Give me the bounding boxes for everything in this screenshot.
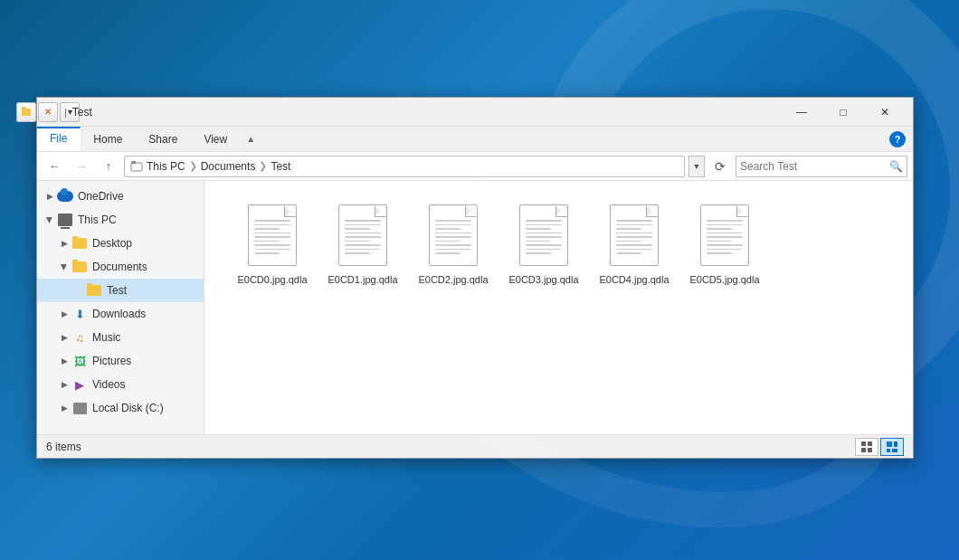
file-line [254,244,290,246]
svg-rect-3 [868,441,872,446]
file-icon-wrapper [243,204,301,270]
sidebar-item-test[interactable]: Test [37,279,204,302]
file-icon-wrapper [424,204,482,270]
quick-access-btn-2[interactable]: ✕ [38,102,58,122]
file-line [435,224,471,226]
sidebar-item-music[interactable]: ▶ ♫ Music [37,326,204,349]
large-icon-view-icon [886,441,898,453]
file-lines [526,220,562,254]
ribbon: File Home Share View ▲ ? [37,127,913,152]
file-line [526,228,551,230]
file-line [707,236,743,238]
svg-rect-5 [868,448,872,452]
minimize-button[interactable]: — [781,98,822,127]
generic-file-icon [338,204,387,266]
sidebar-item-onedrive[interactable]: ▶ OneDrive [37,185,204,208]
file-line [707,241,732,242]
maximize-button[interactable]: □ [822,98,864,127]
sidebar-item-desktop[interactable]: ▶ Desktop [37,232,204,255]
file-item-2[interactable]: E0CD2.jpg.qdla [413,199,494,291]
back-button[interactable]: ← [43,156,66,177]
sidebar-label-videos: Videos [92,378,125,391]
ribbon-collapse-arrow[interactable]: ▲ [241,127,261,151]
file-lines [254,220,290,254]
downloads-folder-icon: ⬇ [71,306,88,322]
file-line [707,233,743,234]
breadcrumb-test[interactable]: Test [271,160,290,173]
file-explorer-window: ✕ ▾ | Test — □ ✕ File Home Share View [36,97,914,459]
forward-button[interactable]: → [70,156,93,177]
address-dropdown-btn[interactable]: ▼ [688,156,705,177]
help-button[interactable]: ? [889,131,906,147]
file-item-3[interactable]: E0CD3.jpg.qdla [503,199,584,291]
file-line [254,241,280,242]
file-line [616,236,652,238]
sidebar-item-localdisk[interactable]: ▶ Local Disk (C:) [37,396,204,420]
tab-file[interactable]: File [37,127,81,151]
tab-home[interactable]: Home [81,127,136,151]
sidebar-label-onedrive: OneDrive [78,190,124,203]
sidebar-item-pictures[interactable]: ▶ 🖼 Pictures [37,349,204,373]
search-icon[interactable]: 🔍 [889,160,903,173]
tab-view[interactable]: View [191,127,241,151]
close-button[interactable]: ✕ [864,98,906,127]
breadcrumb-thispc[interactable]: This PC [147,160,185,173]
file-line [707,224,743,226]
expand-arrow-downloads: ▶ [57,307,71,321]
file-item-1[interactable]: E0CD1.jpg.qdla [322,199,404,291]
file-line [345,241,370,242]
svg-rect-7 [894,441,897,447]
sidebar-item-documents[interactable]: ▶ Documents [37,255,204,279]
file-icon-wrapper [605,204,663,270]
file-line [526,244,562,246]
svg-rect-1 [131,161,136,164]
generic-file-icon [519,204,568,266]
breadcrumb-documents[interactable]: Documents [201,160,256,173]
file-line [526,220,562,222]
generic-file-icon [700,204,749,266]
address-path[interactable]: This PC ❯ Documents ❯ Test [124,156,685,177]
sidebar-item-downloads[interactable]: ▶ ⬇ Downloads [37,302,204,326]
quick-access-btn-1[interactable] [16,102,36,122]
file-item-5[interactable]: E0CD5.jpg.qdla [684,199,765,291]
generic-file-icon [248,204,297,266]
file-lines [616,220,652,254]
sidebar-item-thispc[interactable]: ▶ This PC [37,208,204,232]
expand-arrow-localdisk: ▶ [57,401,71,415]
view-toggle [855,438,904,456]
sidebar-item-videos[interactable]: ▶ ▶ Videos [37,373,204,396]
content-area: E0CD0.jpg.qdla E0CD1.jpg.qdla E0CD2.jpg.… [204,181,913,434]
file-item-4[interactable]: E0CD4.jpg.qdla [593,199,675,291]
file-line [707,249,743,251]
file-icon-wrapper [515,204,573,270]
file-item-0[interactable]: E0CD0.jpg.qdla [232,199,313,291]
file-line [616,249,652,251]
file-line [616,224,652,226]
sidebar-label-music: Music [92,331,120,344]
file-line [707,244,743,246]
sidebar-label-desktop: Desktop [92,237,132,250]
file-name-0: E0CD0.jpg.qdla [237,273,307,286]
pictures-folder-icon: 🖼 [71,353,88,369]
tab-share[interactable]: Share [136,127,191,151]
expand-arrow-desktop: ▶ [57,236,71,251]
svg-rect-9 [892,449,897,452]
expand-arrow-music: ▶ [57,330,71,345]
file-line [254,220,290,222]
file-line [345,252,370,254]
refresh-button[interactable]: ⟳ [708,156,732,177]
file-line [345,224,381,226]
file-line [254,249,290,251]
files-grid: E0CD0.jpg.qdla E0CD1.jpg.qdla E0CD2.jpg.… [214,190,904,300]
up-button[interactable]: ↑ [97,156,120,177]
file-line [254,252,280,254]
path-icon [130,160,143,173]
search-box: 🔍 [736,156,907,177]
grid-view-btn[interactable] [855,438,878,456]
file-icon-wrapper [334,204,392,270]
sidebar-label-thispc: This PC [78,214,117,226]
large-icon-view-btn[interactable] [880,438,904,456]
search-input[interactable] [740,160,889,173]
file-line [526,241,551,242]
sidebar: ▶ OneDrive ▶ This PC ▶ Deskto [37,181,204,434]
